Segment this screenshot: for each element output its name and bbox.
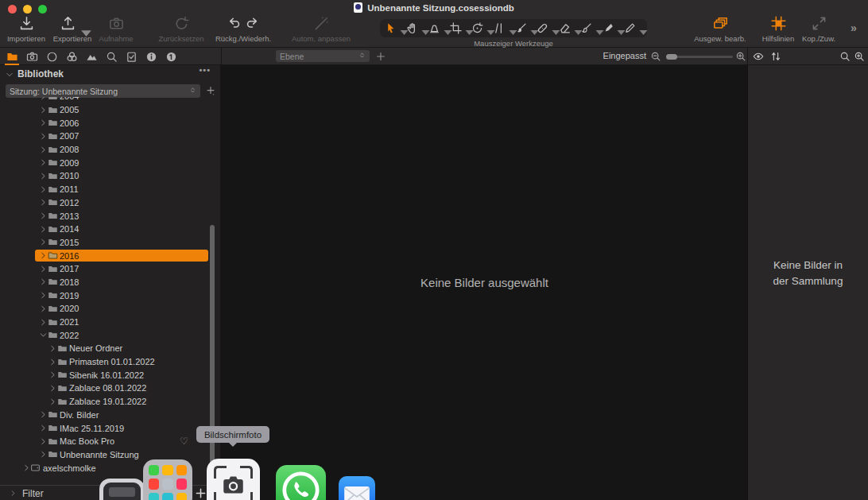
chevron-right-icon[interactable] (40, 146, 47, 153)
heal-brush-tool[interactable] (537, 22, 555, 34)
tool-tab-styles[interactable] (85, 50, 98, 63)
tree-item-2008[interactable]: 2008 (0, 143, 221, 157)
chevron-right-icon[interactable] (49, 398, 56, 405)
single-view-icon[interactable] (246, 51, 257, 62)
chevron-right-icon[interactable] (40, 119, 47, 126)
chevron-right-icon[interactable] (40, 199, 47, 206)
tree-item-sibenik-16-01-2022[interactable]: Sibenik 16.01.2022 (0, 368, 221, 382)
chevron-right-icon[interactable] (40, 266, 47, 273)
add-filter-button[interactable] (195, 487, 207, 499)
tree-item-zablace-08-01-2022[interactable]: Zablace 08.01.2022 (0, 382, 221, 395)
zoom-fit-label[interactable]: Eingepasst (584, 51, 646, 60)
tool-tab-capture[interactable] (25, 50, 38, 63)
tree-item-2010[interactable]: 2010 (0, 169, 221, 183)
tree-item-2017[interactable]: 2017 (0, 262, 221, 276)
import-button[interactable]: Importieren (3, 15, 49, 43)
tree-item-mac-book-pro[interactable]: Mac Book Pro♡ (0, 435, 221, 448)
tree-item-imac-25-11-2019[interactable]: IMac 25.11.2019 (0, 421, 221, 435)
fill-mask-brush-tool[interactable] (602, 22, 620, 34)
chevron-right-icon[interactable] (49, 359, 56, 366)
library-menu-button[interactable]: ••• (199, 65, 211, 75)
dock-app-whatsapp[interactable] (276, 465, 326, 500)
chevron-right-icon[interactable] (49, 385, 56, 392)
loupe-tool[interactable] (428, 22, 447, 34)
chevron-down-icon[interactable] (40, 331, 47, 339)
tree-item-2006[interactable]: 2006 (0, 116, 221, 130)
export-button[interactable]: Exportieren (49, 15, 95, 43)
zoom-slider-thumb[interactable] (666, 54, 677, 60)
undo-redo-button[interactable]: Rückg./Wiederh. (209, 15, 277, 43)
library-header[interactable]: Bibliothek ••• (0, 65, 220, 83)
tool-tab-adjustments[interactable] (125, 50, 138, 63)
chevron-right-icon[interactable] (40, 438, 47, 445)
auto-adjust-button[interactable]: Autom. anpassen (280, 15, 362, 43)
chevron-right-icon[interactable] (40, 411, 47, 418)
tree-item-2018[interactable]: 2018 (0, 276, 221, 289)
chevron-right-icon[interactable] (40, 278, 47, 285)
favorite-heart-icon[interactable]: ♡ (180, 436, 188, 447)
chevron-right-icon[interactable] (49, 345, 56, 352)
chevron-right-icon[interactable] (40, 212, 47, 219)
tree-item-2016[interactable]: 2016 (0, 249, 221, 262)
zoom-out-icon[interactable] (650, 51, 661, 62)
browser-eye-icon[interactable] (753, 51, 764, 62)
tree-item-2021[interactable]: 2021 (0, 316, 221, 329)
dock-app-mail[interactable] (339, 476, 375, 500)
tree-item-2019[interactable]: 2019 (0, 289, 221, 302)
draw-pen-tool[interactable] (624, 22, 642, 34)
tree-item-2015[interactable]: 2015 (0, 236, 221, 250)
proof-view-icon[interactable] (262, 51, 273, 62)
tree-item-2022[interactable]: 2022 (0, 328, 221, 342)
chevron-right-icon[interactable] (40, 305, 47, 312)
tree-item-2011[interactable]: 2011 (0, 183, 221, 196)
chevron-right-icon[interactable] (49, 371, 56, 378)
toolbar-overflow-button[interactable]: » (851, 21, 857, 34)
layer-select[interactable]: Ebene (276, 50, 370, 62)
tree-item-primasten-01-01-2022[interactable]: Primasten 01.01.2022 (0, 355, 221, 369)
tree-item-zablace-19-01-2022[interactable]: Zablace 19.01.2022 (0, 395, 221, 409)
draw-mask-brush-tool[interactable] (515, 22, 533, 34)
add-layer-button[interactable] (375, 51, 386, 62)
chevron-right-icon[interactable] (40, 226, 47, 233)
dock-app-calculator[interactable] (99, 479, 145, 500)
session-select[interactable]: Sitzung: Unbenannte Sitzung (6, 84, 200, 98)
erase-mask-tool[interactable] (559, 22, 577, 34)
chevron-right-icon[interactable] (40, 424, 47, 432)
guides-button[interactable]: Hilfslinien (757, 15, 800, 43)
tree-item-neuer-ordner[interactable]: Neuer Ordner (0, 342, 221, 355)
grid-view-icon[interactable] (229, 51, 240, 62)
chevron-right-icon[interactable] (40, 292, 47, 299)
chevron-right-icon[interactable] (40, 319, 47, 326)
tree-item-2009[interactable]: 2009 (0, 156, 221, 169)
crop-tool[interactable] (450, 22, 468, 34)
tree-item-2005[interactable]: 2005 (0, 103, 221, 117)
tool-tab-library[interactable] (6, 50, 18, 63)
tool-tab-info[interactable] (145, 50, 157, 63)
search-icon[interactable] (839, 51, 851, 62)
chevron-right-icon[interactable] (40, 97, 47, 100)
chevron-right-icon[interactable] (40, 107, 47, 114)
sort-icon[interactable] (770, 51, 781, 62)
edit-selected-button[interactable]: Ausgew. bearb. (687, 15, 754, 43)
chevron-right-icon[interactable] (40, 451, 47, 458)
clone-brush-tool[interactable] (580, 22, 599, 34)
dock-app-launchpad[interactable] (143, 459, 192, 500)
chevron-right-icon[interactable] (40, 238, 47, 246)
chevron-right-icon[interactable] (23, 464, 30, 471)
tool-tab-color[interactable] (65, 50, 78, 63)
dock-app-screenshot[interactable] (207, 459, 260, 500)
pan-hand-tool[interactable] (406, 22, 424, 34)
tree-item-2013[interactable]: 2013 (0, 209, 221, 223)
add-collection-button[interactable] (205, 85, 216, 96)
tree-item-2014[interactable]: 2014 (0, 223, 221, 236)
tree-item-2004[interactable]: 2004 (0, 97, 221, 103)
tree-item-2012[interactable]: 2012 (0, 196, 221, 210)
select-cursor-tool[interactable] (385, 22, 403, 34)
copy-apply-button[interactable]: Kop./Zuw. (798, 15, 839, 43)
straighten-tool[interactable] (494, 22, 512, 34)
tool-tab-details[interactable] (105, 50, 118, 63)
chevron-right-icon[interactable] (40, 172, 47, 180)
chevron-right-icon[interactable] (40, 186, 47, 193)
chevron-right-icon[interactable] (40, 159, 47, 166)
reset-button[interactable]: Zurücksetzen (154, 15, 208, 43)
